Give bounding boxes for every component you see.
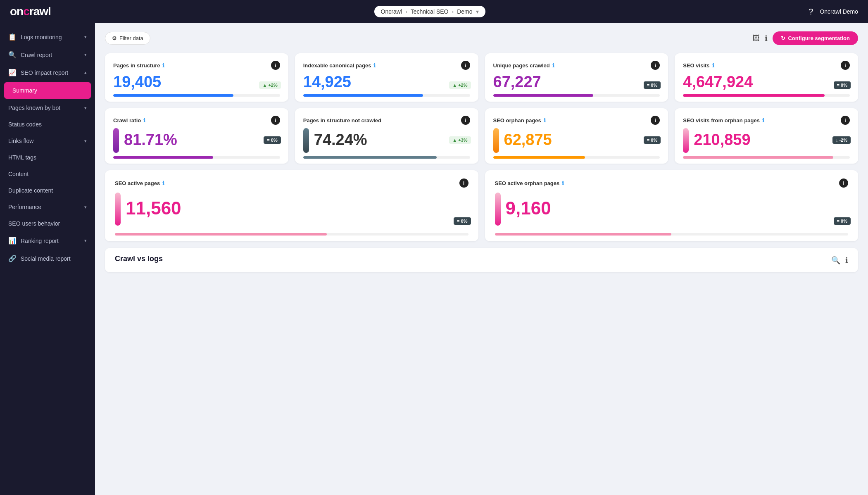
orphan-pages-bar: [493, 128, 499, 153]
info-dot-icon[interactable]: i: [459, 178, 468, 188]
sidebar-item-summary[interactable]: Summary: [4, 82, 91, 99]
toolbar-right: 🖼 ℹ ↻ Configure segmentation: [752, 31, 858, 45]
info-tip-icon: ℹ: [562, 180, 564, 186]
info-tip-icon: ℹ: [162, 62, 164, 69]
progress-fill: [113, 94, 233, 97]
info-icon-button-section[interactable]: ℹ: [845, 256, 848, 265]
card-value-indexable-canonical: 14,925: [303, 73, 470, 91]
card-crawl-ratio: Crawl ratio ℹ i 81.71% = 0%: [105, 108, 288, 164]
section-title-crawl-vs-logs: Crawl vs logs: [115, 255, 163, 263]
ranking-icon: 📊: [8, 237, 17, 245]
card-title-text: SEO orphan pages: [493, 117, 541, 124]
progress-bar-active-orphan: [495, 233, 849, 236]
chevron-down-icon: ▾: [84, 238, 87, 243]
sidebar-item-html-tags[interactable]: HTML tags: [0, 149, 95, 166]
sidebar-item-links-flow[interactable]: Links flow ▾: [0, 133, 95, 149]
card-seo-visits: SEO visits ℹ i 4,647,924 = 0%: [675, 53, 858, 102]
chevron-down-icon: ▾: [84, 34, 87, 40]
active-orphan-pages-bar: [495, 193, 501, 226]
card-value-seo-active-orphan: 9,160: [506, 198, 551, 219]
card-title-text: SEO active pages: [115, 180, 160, 186]
progress-fill: [303, 94, 423, 97]
chevron-down-icon: ▾: [84, 138, 87, 144]
card-title-text: Pages in structure: [113, 62, 160, 69]
card-pages-in-structure: Pages in structure ℹ i 19,405 ▲ +2%: [105, 53, 288, 102]
breadcrumb-technical-seo: Technical SEO: [411, 8, 449, 15]
progress-fill: [493, 156, 585, 159]
badge-seo-visits: = 0%: [834, 81, 851, 89]
badge-indexable-canonical: ▲ +2%: [449, 81, 471, 89]
sidebar-item-social-media-report[interactable]: 🔗 Social media report: [0, 250, 95, 267]
progress-fill: [113, 156, 213, 159]
help-icon[interactable]: ?: [809, 7, 813, 17]
chevron-down-icon: ▾: [84, 52, 87, 57]
card-seo-visits-orphan: SEO visits from orphan pages ℹ i 210,859…: [675, 108, 858, 164]
visits-orphan-bar: [683, 128, 689, 153]
sidebar-item-crawl-report[interactable]: 🔍 Crawl report ▾: [0, 46, 95, 64]
sidebar-label-social-media-report: Social media report: [21, 255, 71, 262]
sidebar-label-summary: Summary: [12, 87, 37, 94]
sidebar-item-performance[interactable]: Performance ▾: [0, 199, 95, 215]
top-navigation: oncrawl Oncrawl › Technical SEO › Demo ▾…: [0, 0, 868, 23]
configure-segmentation-button[interactable]: ↻ Configure segmentation: [773, 31, 858, 45]
progress-fill: [115, 233, 327, 236]
info-dot-icon[interactable]: i: [651, 61, 660, 70]
sidebar-item-content[interactable]: Content: [0, 166, 95, 182]
chevron-down-icon: ▾: [84, 105, 87, 111]
progress-bar-pages-in-structure: [113, 94, 280, 97]
breadcrumb[interactable]: Oncrawl › Technical SEO › Demo ▾: [374, 6, 485, 17]
sidebar-label-logs-monitoring: Logs monitoring: [21, 34, 62, 40]
info-dot-icon[interactable]: i: [839, 178, 848, 188]
chevron-up-icon: ▴: [84, 70, 87, 75]
badge-pages-not-crawled: ▲ +3%: [449, 136, 471, 144]
card-value-unique-pages: 67,227: [493, 73, 660, 91]
toolbar: ⚙ Filter data 🖼 ℹ ↻ Configure segmentati…: [105, 31, 858, 45]
sidebar-item-ranking-report[interactable]: 📊 Ranking report ▾: [0, 232, 95, 250]
card-seo-active-orphan-pages: SEO active orphan pages ℹ i 9,160 = 0%: [485, 170, 858, 241]
info-tip-icon: ℹ: [544, 117, 546, 124]
card-value-seo-visits: 4,647,924: [683, 73, 850, 91]
badge-seo-active-orphan: = 0%: [834, 217, 851, 225]
sidebar-item-pages-known-by-bot[interactable]: Pages known by bot ▾: [0, 100, 95, 116]
info-tip-icon: ℹ: [762, 117, 764, 124]
info-dot-icon[interactable]: i: [461, 116, 470, 125]
card-value-seo-active-pages: 11,560: [126, 198, 181, 219]
crawl-icon: 🔍: [8, 51, 17, 59]
sidebar-item-status-codes[interactable]: Status codes: [0, 116, 95, 133]
card-unique-pages-crawled: Unique pages crawled ℹ i 67,227 = 0%: [485, 53, 668, 102]
info-dot-icon[interactable]: i: [271, 116, 280, 125]
sidebar-item-seo-impact-report[interactable]: 📈 SEO impact report ▴: [0, 64, 95, 81]
info-tip-icon: ℹ: [373, 62, 376, 69]
progress-bar-pages-not-crawled: [303, 156, 470, 159]
filter-icon: ⚙: [112, 35, 117, 41]
wide-cards-grid: SEO active pages ℹ i 11,560 = 0% SEO act…: [105, 170, 858, 241]
pages-not-crawled-bar: [303, 128, 309, 153]
filter-data-button[interactable]: ⚙ Filter data: [105, 32, 150, 45]
info-dot-icon[interactable]: i: [841, 116, 850, 125]
sidebar-label-duplicate-content: Duplicate content: [8, 187, 53, 194]
info-dot-icon[interactable]: i: [651, 116, 660, 125]
progress-fill: [303, 156, 437, 159]
sidebar-item-seo-users-behavior[interactable]: SEO users behavior: [0, 215, 95, 232]
user-label: Oncrawl Demo: [820, 8, 858, 15]
main-content: ⚙ Filter data 🖼 ℹ ↻ Configure segmentati…: [95, 23, 868, 495]
info-tip-icon: ℹ: [162, 180, 164, 186]
progress-bar-crawl-ratio: [113, 156, 280, 159]
top-cards-grid: Pages in structure ℹ i 19,405 ▲ +2% Inde…: [105, 53, 858, 102]
card-title-text: SEO active orphan pages: [495, 180, 560, 186]
progress-fill: [493, 94, 593, 97]
sidebar-item-logs-monitoring[interactable]: 📋 Logs monitoring ▾: [0, 28, 95, 46]
social-icon: 🔗: [8, 255, 17, 262]
info-dot-icon[interactable]: i: [271, 61, 280, 70]
sidebar-item-duplicate-content[interactable]: Duplicate content: [0, 182, 95, 199]
sidebar-label-seo-users-behavior: SEO users behavior: [8, 220, 60, 227]
info-icon-button[interactable]: ℹ: [765, 34, 768, 43]
info-dot-icon[interactable]: i: [461, 61, 470, 70]
search-icon-button[interactable]: 🔍: [831, 256, 840, 265]
info-dot-icon[interactable]: i: [841, 61, 850, 70]
card-value-orphan-pages: 62,875: [504, 131, 552, 149]
export-icon-button[interactable]: 🖼: [752, 34, 760, 43]
progress-bar-indexable: [303, 94, 470, 97]
sidebar-label-pages-known: Pages known by bot: [8, 105, 60, 111]
badge-orphan-pages: = 0%: [644, 136, 661, 144]
